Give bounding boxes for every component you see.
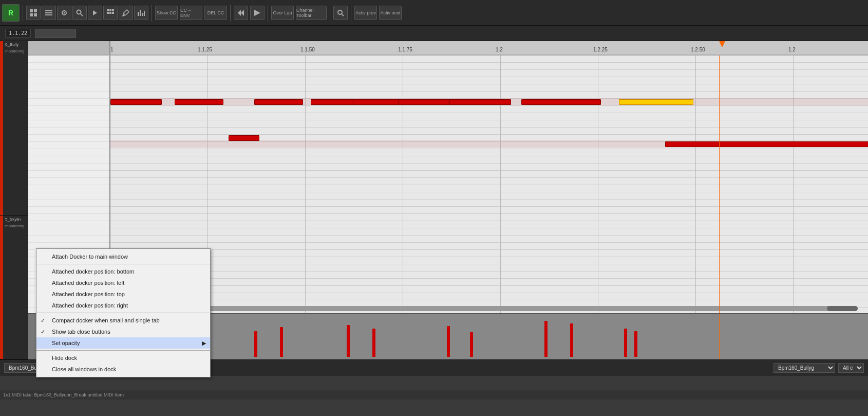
context-menu-set-opacity-label: Set opacity (52, 340, 80, 346)
cc-env-btn[interactable]: CC→ ENV (180, 6, 202, 20)
context-menu-pos-top[interactable]: Attached docker position: top (36, 288, 210, 300)
status-text: 1x1 MIDI take: Bpm160_Bullyoon_Break unt… (3, 392, 124, 397)
svg-rect-3 (34, 13, 37, 16)
grid-area[interactable] (110, 56, 868, 313)
ruler-mark-1: 1 (110, 47, 114, 52)
context-menu-set-opacity[interactable]: Set opacity ▶ (36, 337, 210, 349)
context-menu-pos-right[interactable]: Attached docker position: right (36, 300, 210, 311)
scrollbar-track[interactable] (110, 306, 858, 311)
svg-rect-14 (112, 9, 114, 11)
main-toolbar: R Show CC (0, 0, 868, 26)
svg-rect-2 (30, 13, 33, 16)
svg-rect-5 (45, 12, 52, 13)
del-cc-icon[interactable]: DEL CC (204, 6, 227, 20)
svg-marker-26 (254, 10, 260, 16)
context-menu-compact[interactable]: ✓ Compact docker when small and single t… (36, 315, 210, 326)
grid-view-icon[interactable] (26, 6, 41, 20)
grid-v-lines (110, 56, 868, 313)
track-1-monitoring: monitoring (0, 48, 28, 55)
ruler-mark-1225: 1.2.25 (593, 47, 608, 52)
channel-toolbar-icon[interactable]: Channel Toolbar (296, 6, 327, 20)
scrollbar-thumb[interactable] (827, 306, 858, 311)
context-menu-pos-top-label: Attached docker position: top (52, 291, 125, 297)
play-icon[interactable] (250, 6, 265, 20)
context-menu-close-all-label: Close all windows in dock (52, 366, 116, 372)
magnify-icon[interactable] (333, 6, 348, 20)
bar-graph-icon[interactable] (134, 6, 148, 20)
track-2-name: 5_Skylin (0, 216, 28, 223)
svg-rect-15 (107, 12, 109, 14)
ruler-mark-125: 1.1.25 (198, 47, 212, 52)
context-menu-attach-docker-label: Attach Docker to main window (52, 254, 128, 260)
playhead (719, 41, 725, 47)
velocity-bars-area[interactable] (110, 314, 868, 359)
over-lap-icon[interactable]: Over Lap (271, 6, 294, 20)
midi-note-7[interactable] (449, 99, 511, 105)
track-1-name: 0_Bully (0, 41, 28, 48)
midi-note-lower-2[interactable] (665, 141, 868, 147)
vel-bar-3 (254, 331, 257, 357)
all-channels-dropdown[interactable]: Bpm160_Bullyg (773, 363, 835, 373)
svg-marker-11 (93, 10, 97, 15)
track-2-panel: 5_Skylin monitoring (0, 216, 28, 359)
midi-note-8[interactable] (521, 99, 601, 105)
actions-icon[interactable] (88, 6, 102, 20)
channel-toolbar-label: Channel Toolbar (296, 8, 326, 18)
compact-check: ✓ (41, 317, 45, 324)
context-menu-pos-bottom[interactable]: Attached docker position: bottom (36, 266, 210, 277)
svg-point-8 (64, 12, 65, 13)
channel-toolbar-btn[interactable]: Channel Toolbar (296, 6, 327, 20)
context-menu-hide-dock[interactable]: Hide dock (36, 352, 210, 364)
svg-rect-6 (45, 14, 52, 15)
position-input[interactable] (35, 29, 76, 38)
context-menu-show-tabs[interactable]: ✓ Show tab close buttons (36, 326, 210, 337)
vel-bar-11 (624, 329, 627, 357)
show-cc-icon[interactable]: Show CC (155, 6, 178, 20)
midi-note-2[interactable] (175, 99, 223, 105)
context-menu-attach-docker[interactable]: Attach Docker to main window (36, 251, 210, 262)
midi-note-9-selected[interactable] (619, 99, 693, 105)
rewind-icon[interactable] (234, 6, 248, 20)
logo-icon[interactable]: R (2, 4, 20, 22)
ruler-row: 1 1.1.25 1.1.50 1.1.75 1.2 1.2.25 1.2.50… (28, 41, 868, 56)
context-menu-pos-bottom-label: Attached docker position: bottom (52, 268, 134, 275)
context-menu-close-all[interactable]: Close all windows in dock (36, 364, 210, 375)
activ-next-btn[interactable]: Activ next (379, 6, 402, 20)
position-display[interactable]: 1.1.22 (5, 29, 31, 38)
settings-icon[interactable] (57, 6, 71, 20)
show-cc-btn[interactable]: Show CC (155, 6, 178, 20)
svg-rect-23 (144, 11, 145, 16)
playhead-line (719, 56, 720, 313)
activ-next-label: Activ next (380, 10, 400, 15)
activ-prev-label: Activ prev (355, 10, 376, 15)
midi-note-lower-1[interactable] (229, 135, 259, 141)
context-menu-pos-left-label: Attached docker position: left (52, 280, 124, 286)
track-1-color-strip (0, 41, 3, 215)
context-menu-hide-dock-label: Hide dock (52, 355, 77, 361)
context-menu-sep-2 (36, 313, 210, 313)
activ-prev-icon[interactable]: Activ prev (354, 6, 377, 20)
svg-point-9 (77, 10, 81, 14)
matrix-icon[interactable] (103, 6, 118, 20)
del-cc-btn[interactable]: DEL CC (204, 6, 227, 20)
svg-rect-20 (138, 12, 139, 16)
pencil-icon[interactable] (119, 6, 133, 20)
show-cc-label: Show CC (157, 10, 176, 15)
all-ch-dropdown[interactable]: All ch (838, 363, 864, 373)
activ-next-icon[interactable]: Activ next (379, 6, 402, 20)
midi-note-1[interactable] (110, 99, 162, 105)
context-menu: Attach Docker to main window Attached do… (36, 248, 211, 377)
svg-marker-25 (238, 10, 241, 16)
svg-marker-24 (241, 10, 244, 16)
context-menu-sep-3 (36, 350, 210, 351)
svg-rect-12 (107, 9, 109, 11)
ruler-mark-150: 1.1.50 (300, 47, 315, 52)
ruler[interactable]: 1 1.1.25 1.1.50 1.1.75 1.2 1.2.25 1.2.50… (110, 41, 868, 56)
cc-env-icon[interactable]: CC→ ENV (180, 6, 202, 20)
activ-prev-btn[interactable]: Activ prev (354, 6, 377, 20)
search-icon[interactable] (72, 6, 87, 20)
midi-note-3[interactable] (254, 99, 303, 105)
context-menu-pos-left[interactable]: Attached docker position: left (36, 277, 210, 288)
over-lap-btn[interactable]: Over Lap (271, 6, 294, 20)
list-view-icon[interactable] (42, 6, 56, 20)
